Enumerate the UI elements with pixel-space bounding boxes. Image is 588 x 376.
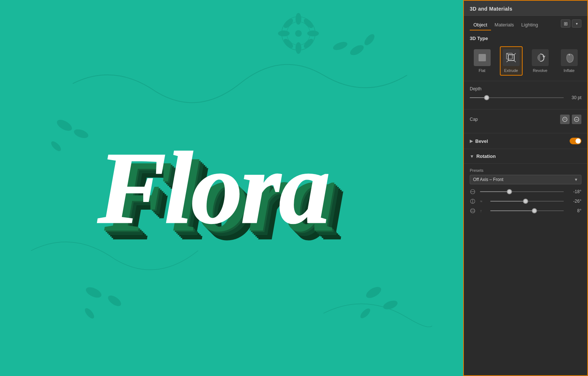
- cap-icon-back[interactable]: [572, 115, 581, 124]
- rotation-z-value: 8°: [567, 208, 581, 213]
- svg-point-38: [470, 210, 475, 212]
- 3d-type-label: 3D Type: [470, 36, 581, 41]
- panel-expand-icon[interactable]: ▾: [572, 19, 581, 28]
- bevel-knob: [576, 138, 581, 144]
- svg-point-15: [73, 127, 89, 140]
- svg-point-20: [84, 285, 103, 300]
- rotation-y-thumb[interactable]: [523, 199, 528, 204]
- rotation-y-fill: [490, 201, 526, 202]
- rotation-title: Rotation: [476, 153, 581, 159]
- depth-label: Depth: [470, 86, 486, 91]
- panel-menu-icon[interactable]: ⊞: [561, 19, 570, 28]
- rotation-z-row: ↑ 8°: [470, 208, 581, 214]
- presets-label: Presets: [470, 168, 581, 173]
- cap-icons: [560, 115, 581, 124]
- rotation-x-track: [480, 191, 564, 192]
- canvas-area: Flora Flora: [0, 0, 463, 376]
- bevel-toggle[interactable]: [570, 138, 581, 144]
- rotation-chevron: ▼: [470, 154, 474, 159]
- bevel-chevron: ▶: [470, 138, 473, 144]
- type-buttons: Flat Extrude: [470, 46, 581, 76]
- rotation-y-value: -26°: [567, 199, 581, 204]
- rotation-header[interactable]: ▼ Rotation: [464, 149, 587, 164]
- depth-track: [470, 97, 564, 98]
- svg-point-17: [364, 285, 383, 300]
- tab-object[interactable]: Object: [470, 20, 491, 30]
- flora-text: Flora: [98, 137, 329, 239]
- bevel-title: Bevel: [475, 138, 567, 144]
- svg-point-21: [106, 293, 123, 308]
- rotation-z-sub-icon: ↑: [480, 209, 487, 213]
- rotation-y-icon: [470, 198, 477, 204]
- svg-point-37: [470, 209, 475, 213]
- rotation-z-track: [490, 210, 564, 211]
- svg-point-11: [349, 43, 365, 57]
- inflate-icon: [561, 49, 578, 66]
- rotation-y-sub-icon: ≈: [480, 199, 487, 203]
- rotation-z-thumb[interactable]: [532, 208, 537, 213]
- cap-section: Cap: [464, 109, 587, 133]
- tab-lighting[interactable]: Lighting: [517, 20, 542, 30]
- panel-header: 3D and Materials: [464, 1, 587, 16]
- svg-point-19: [359, 307, 372, 320]
- rotation-y-track: [490, 201, 564, 202]
- rotation-x-fill: [480, 191, 509, 192]
- svg-point-22: [83, 307, 96, 320]
- revolve-icon: [532, 49, 549, 66]
- rotation-z-slider[interactable]: [490, 210, 564, 211]
- preset-dropdown[interactable]: Off Axis – Front ▼: [470, 175, 581, 184]
- rotation-content: Presets Off Axis – Front ▼ -18°: [464, 164, 587, 222]
- svg-point-12: [362, 32, 376, 47]
- tabs-area: Object Materials Lighting ⊞ ▾: [464, 16, 587, 30]
- rotation-z-fill: [490, 210, 534, 211]
- svg-point-4: [278, 30, 290, 36]
- rotation-x-thumb[interactable]: [507, 189, 512, 194]
- svg-rect-23: [479, 54, 486, 61]
- 3d-type-section: 3D Type Flat: [464, 30, 587, 81]
- panel: 3D and Materials Object Materials Lighti…: [463, 0, 588, 376]
- flat-icon: [474, 49, 491, 66]
- rotation-y-slider[interactable]: [490, 201, 564, 202]
- inflate-label: Inflate: [564, 68, 575, 73]
- rotation-x-value: -18°: [567, 189, 581, 194]
- panel-title: 3D and Materials: [470, 6, 512, 12]
- cap-icon-front[interactable]: [560, 115, 570, 124]
- revolve-label: Revolve: [533, 68, 548, 73]
- extrude-label: Extrude: [504, 68, 518, 73]
- svg-point-10: [295, 30, 302, 37]
- extrude-icon: [503, 49, 520, 66]
- svg-point-16: [50, 140, 62, 153]
- rotation-x-slider[interactable]: [480, 191, 564, 192]
- preset-chevron: ▼: [574, 177, 578, 182]
- svg-point-3: [296, 42, 302, 54]
- tabs-right: ⊞ ▾: [561, 19, 581, 30]
- depth-slider[interactable]: [470, 97, 564, 98]
- svg-point-5: [307, 30, 319, 36]
- svg-point-30: [569, 54, 570, 55]
- bevel-header[interactable]: ▶ Bevel: [464, 133, 587, 149]
- svg-line-27: [514, 61, 516, 62]
- type-btn-inflate[interactable]: Inflate: [558, 46, 581, 76]
- svg-rect-24: [508, 55, 514, 61]
- svg-point-13: [332, 40, 349, 52]
- cap-label: Cap: [470, 117, 486, 122]
- depth-slider-row: 30 pt: [470, 95, 581, 100]
- depth-row: Depth: [470, 86, 581, 91]
- tab-materials[interactable]: Materials: [491, 20, 518, 30]
- rotation-x-row: -18°: [470, 189, 581, 195]
- svg-point-14: [55, 118, 74, 133]
- rotation-y-row: ≈ -26°: [470, 198, 581, 204]
- type-btn-revolve[interactable]: Revolve: [529, 46, 552, 76]
- svg-point-2: [296, 13, 302, 25]
- depth-thumb[interactable]: [484, 95, 489, 100]
- depth-section: Depth 30 pt: [464, 81, 587, 109]
- rotation-z-icon: [470, 208, 477, 214]
- svg-line-26: [514, 53, 516, 55]
- type-btn-extrude[interactable]: Extrude: [500, 46, 523, 76]
- flat-label: Flat: [479, 68, 485, 73]
- cap-row: Cap: [470, 115, 581, 124]
- depth-value: 30 pt: [567, 95, 581, 100]
- svg-line-28: [506, 61, 508, 62]
- rotation-x-icon: [470, 189, 477, 195]
- type-btn-flat[interactable]: Flat: [471, 46, 494, 76]
